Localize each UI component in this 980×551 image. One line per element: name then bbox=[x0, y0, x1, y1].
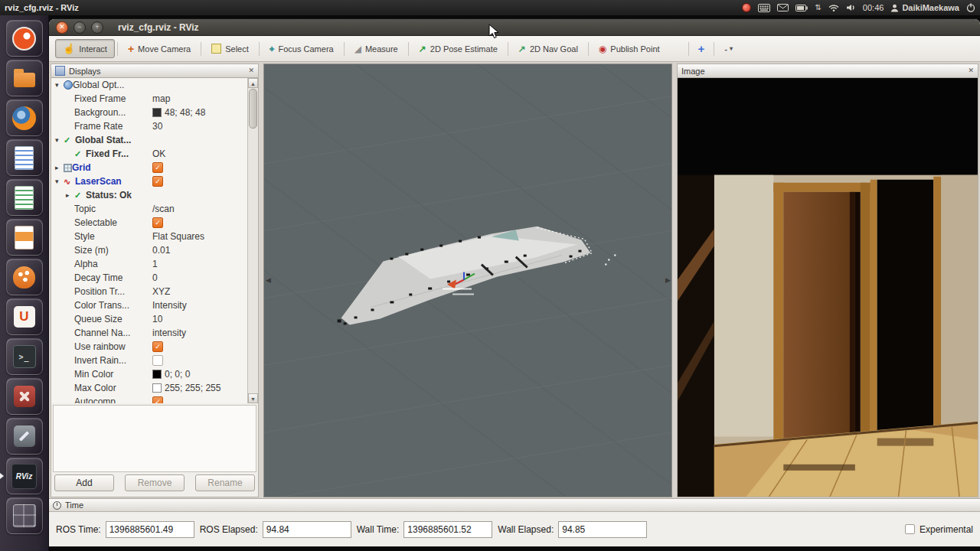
property-value[interactable] bbox=[152, 355, 247, 366]
display-row-queue-size[interactable]: Queue Size10 bbox=[51, 312, 258, 326]
close-icon[interactable]: ✕ bbox=[248, 67, 254, 74]
expand-arrow-icon[interactable]: ▸ bbox=[55, 165, 64, 171]
checkbox-checked-icon[interactable]: ✓ bbox=[152, 176, 163, 187]
display-row-channel-na[interactable]: Channel Na...intensity bbox=[51, 326, 258, 340]
tool-2d-pose-estimate[interactable]: ↗2D Pose Estimate bbox=[411, 40, 505, 58]
collapse-arrow-icon[interactable]: ▾ bbox=[55, 82, 64, 89]
property-value[interactable]: map bbox=[152, 93, 247, 104]
display-row-fixed-frame[interactable]: Fixed Framemap bbox=[51, 92, 258, 106]
property-value[interactable]: /scan bbox=[152, 204, 247, 214]
sync-arrows-icon[interactable]: ⇅ bbox=[815, 4, 821, 11]
launcher-item-files[interactable] bbox=[6, 60, 43, 96]
display-row-selectable[interactable]: Selectable✓ bbox=[51, 216, 258, 230]
display-row-frame-rate[interactable]: Frame Rate30 bbox=[51, 119, 258, 133]
property-value[interactable]: 1 bbox=[152, 259, 247, 269]
launcher-item-libreoffice-writer[interactable] bbox=[6, 139, 43, 176]
display-row-backgroun[interactable]: Backgroun...48; 48; 48 bbox=[51, 106, 258, 119]
display-row-decay-time[interactable]: Decay Time0 bbox=[51, 271, 258, 285]
display-row-alpha[interactable]: Alpha1 bbox=[51, 257, 258, 271]
image-panel-header[interactable]: Image ✕ bbox=[678, 64, 978, 78]
display-row-status-ok[interactable]: ▸✓Status: Ok bbox=[51, 188, 258, 202]
property-value[interactable]: Intensity bbox=[152, 300, 247, 311]
add-display-button[interactable]: Add bbox=[54, 474, 114, 491]
collapse-arrow-icon[interactable]: ▾ bbox=[55, 137, 64, 144]
session-power-icon[interactable] bbox=[966, 3, 975, 12]
checkbox-unchecked-icon[interactable] bbox=[152, 355, 163, 366]
launcher-item-screenshot-tool[interactable] bbox=[6, 418, 43, 455]
launcher-item-libreoffice-calc[interactable] bbox=[6, 179, 43, 216]
displays-panel-header[interactable]: Displays ✕ bbox=[51, 64, 258, 78]
display-row-grid[interactable]: ▸Grid✓ bbox=[51, 161, 258, 174]
property-value[interactable]: ✓ bbox=[152, 217, 247, 228]
close-icon[interactable]: ✕ bbox=[968, 67, 974, 74]
battery-icon[interactable] bbox=[795, 5, 808, 11]
display-row-use-rainbow[interactable]: Use rainbow✓ bbox=[51, 340, 258, 354]
keyboard-icon[interactable] bbox=[758, 4, 770, 12]
time-panel-header[interactable]: Time bbox=[49, 499, 980, 512]
checkbox-checked-icon[interactable]: ✓ bbox=[152, 162, 163, 173]
window-close-button[interactable]: ✕ bbox=[56, 21, 68, 34]
property-value[interactable]: ✓ bbox=[152, 396, 247, 403]
wall-elapsed-input[interactable] bbox=[558, 521, 647, 538]
launcher-item-terminal[interactable]: >_ bbox=[6, 338, 43, 375]
launcher-item-rviz[interactable]: RViz bbox=[6, 458, 43, 494]
property-value[interactable]: Flat Squares bbox=[152, 231, 247, 242]
mail-icon[interactable] bbox=[777, 4, 789, 11]
launcher-item-firefox[interactable] bbox=[6, 99, 43, 136]
remove-display-button[interactable]: Remove bbox=[125, 474, 185, 491]
property-value[interactable]: intensity bbox=[152, 328, 247, 338]
launcher-item-software-center[interactable] bbox=[6, 259, 43, 295]
property-value[interactable]: XYZ bbox=[152, 286, 247, 297]
property-value[interactable]: 0; 0; 0 bbox=[152, 369, 247, 380]
tool-publish-point[interactable]: ◉Publish Point bbox=[591, 40, 668, 58]
add-tool-button[interactable]: + bbox=[691, 39, 712, 58]
window-minimize-button[interactable]: − bbox=[74, 21, 86, 34]
property-value[interactable]: ✓ bbox=[152, 176, 247, 187]
tool-select[interactable]: Select bbox=[204, 39, 256, 58]
display-row-position-tr[interactable]: Position Tr...XYZ bbox=[51, 285, 258, 298]
display-row-style[interactable]: StyleFlat Squares bbox=[51, 230, 258, 243]
tool-move-camera[interactable]: +Move Camera bbox=[120, 39, 198, 59]
wall-time-input[interactable] bbox=[403, 521, 492, 538]
property-value[interactable]: ✓ bbox=[152, 162, 247, 173]
checkbox-checked-icon[interactable]: ✓ bbox=[152, 396, 163, 403]
experimental-checkbox[interactable] bbox=[905, 524, 915, 534]
rename-display-button[interactable]: Rename bbox=[195, 474, 255, 491]
property-value[interactable]: 30 bbox=[152, 121, 247, 132]
tool-measure[interactable]: ◢Measure bbox=[347, 40, 406, 58]
launcher-item-ubuntu-one[interactable]: U bbox=[6, 298, 43, 335]
collapse-arrow-icon[interactable]: ▾ bbox=[55, 178, 64, 185]
property-value[interactable]: 10 bbox=[152, 314, 247, 324]
display-row-fixed-fr[interactable]: ✓Fixed Fr...OK bbox=[51, 147, 258, 161]
volume-icon[interactable] bbox=[846, 4, 856, 11]
window-titlebar[interactable]: ✕ − + rviz_cfg.rviz - RViz bbox=[49, 19, 980, 36]
display-row-invert-rain[interactable]: Invert Rain... bbox=[51, 354, 258, 367]
launcher-item-workspace-switcher[interactable] bbox=[6, 497, 43, 534]
remove-tool-button[interactable]: -▾ bbox=[717, 40, 740, 58]
property-value[interactable]: OK bbox=[152, 148, 247, 159]
checkbox-checked-icon[interactable]: ✓ bbox=[152, 341, 163, 352]
ros-elapsed-input[interactable] bbox=[263, 521, 351, 538]
clock[interactable]: 00:46 bbox=[863, 3, 884, 12]
display-row-global-opt[interactable]: ▾Global Opt... bbox=[51, 78, 258, 92]
collapse-right-icon[interactable]: ▶ bbox=[665, 276, 671, 284]
display-row-global-stat[interactable]: ▾✓Global Stat... bbox=[51, 133, 258, 147]
display-row-max-color[interactable]: Max Color255; 255; 255 bbox=[51, 381, 258, 395]
tool-2d-nav-goal[interactable]: ↗2D Nav Goal bbox=[511, 40, 586, 58]
launcher-item-libreoffice-impress[interactable] bbox=[6, 219, 43, 256]
expand-arrow-icon[interactable]: ▸ bbox=[66, 192, 74, 199]
display-row-min-color[interactable]: Min Color0; 0; 0 bbox=[51, 367, 258, 381]
wifi-icon[interactable] bbox=[828, 4, 839, 11]
display-row-laserscan[interactable]: ▾∿LaserScan✓ bbox=[51, 174, 258, 188]
property-value[interactable]: 255; 255; 255 bbox=[152, 383, 247, 393]
property-value[interactable]: ✓ bbox=[152, 341, 247, 352]
property-value[interactable]: 48; 48; 48 bbox=[152, 107, 247, 118]
launcher-item-dash-home[interactable] bbox=[6, 20, 43, 57]
display-row-color-trans[interactable]: Color Trans...Intensity bbox=[51, 298, 258, 312]
window-maximize-button[interactable]: + bbox=[91, 21, 103, 34]
collapse-left-icon[interactable]: ◀ bbox=[266, 276, 271, 284]
tool-interact[interactable]: ☝Interact bbox=[55, 39, 115, 58]
display-row-autocomp[interactable]: Autocomp...✓ bbox=[51, 395, 258, 403]
record-icon[interactable] bbox=[742, 3, 751, 12]
ros-time-input[interactable] bbox=[106, 521, 194, 538]
